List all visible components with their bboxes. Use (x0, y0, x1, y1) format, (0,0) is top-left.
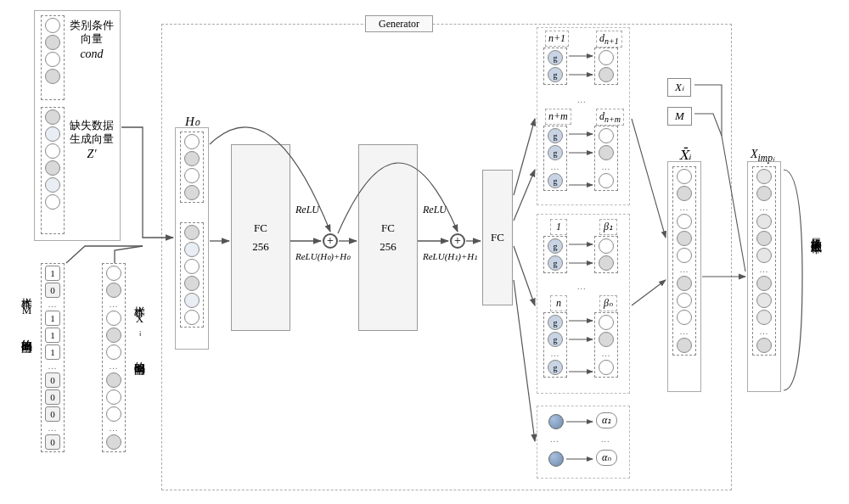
mask-vector: 1 0 ... 1 1 1 ... 0 0 0 ... 0 (41, 263, 65, 452)
generator-title: Generator (365, 15, 433, 32)
ellipsis: ... (110, 423, 119, 433)
ellipsis: ... (110, 300, 119, 309)
relu-label-2: ReLU (423, 204, 447, 216)
relu-expr-1: ReLU(H₀)+H₀ (295, 251, 350, 262)
fc256-label: 256 (380, 240, 396, 254)
mask-cell: 1 (45, 328, 60, 343)
ellipsis: ... (48, 300, 58, 309)
mask-cell: 0 (45, 283, 60, 298)
relu-label-1: ReLU (295, 204, 319, 216)
sigmoid-node (548, 414, 564, 429)
xi-box: Xᵢ (667, 78, 691, 97)
node (106, 344, 121, 360)
final-label: 最终的生成样本 (808, 229, 824, 235)
fc-block-3: FC (482, 170, 513, 305)
fc256-label: 256 (252, 240, 269, 254)
ellipsis: ... (110, 361, 119, 371)
mask-label: 样本 M 的掩码向量 (19, 288, 34, 335)
h0-outer (175, 127, 209, 350)
mask-cell: 1 (45, 344, 60, 360)
ellipsis: ... (48, 361, 58, 371)
mask-cell: 0 (45, 406, 60, 422)
fc-label: FC (491, 231, 504, 244)
fc-label: FC (381, 221, 395, 235)
node (106, 283, 121, 298)
ellipsis: ... (48, 423, 58, 433)
mask-cell: 0 (45, 372, 60, 388)
mask-cell: 1 (45, 266, 60, 281)
enc-vector: ... ... ... (102, 263, 126, 452)
mask-cell: 0 (45, 434, 60, 450)
mask-cell: 0 (45, 389, 60, 405)
node (106, 266, 121, 281)
alphan-label: αₙ (596, 450, 617, 466)
discrete-heads-box (537, 27, 630, 205)
fc-block-1: FC 256 (231, 144, 290, 331)
fc-block-2: FC 256 (358, 144, 418, 331)
node (106, 372, 121, 388)
node (106, 311, 121, 326)
sigmoid-node (548, 451, 564, 467)
residual-add-1: + (323, 233, 338, 249)
residual-add-2: + (450, 233, 465, 249)
xbar-outer (667, 161, 701, 392)
enc-label: 样本 Xᵢ 的编码向量 (132, 297, 147, 357)
ximp-outer (747, 161, 781, 392)
node (106, 434, 121, 450)
node (106, 406, 121, 422)
input-block-top (34, 10, 121, 241)
relu-expr-2: ReLU(H₁)+H₁ (423, 251, 477, 262)
node (106, 328, 121, 343)
m-box: M (667, 107, 692, 126)
ellipsis: ... (601, 434, 610, 444)
mask-cell: 1 (45, 311, 60, 326)
fc-label: FC (254, 221, 267, 235)
node (106, 389, 121, 405)
ellipsis: ... (550, 434, 559, 444)
alpha1-label: α₁ (596, 412, 617, 428)
beta-heads-box (537, 214, 630, 394)
